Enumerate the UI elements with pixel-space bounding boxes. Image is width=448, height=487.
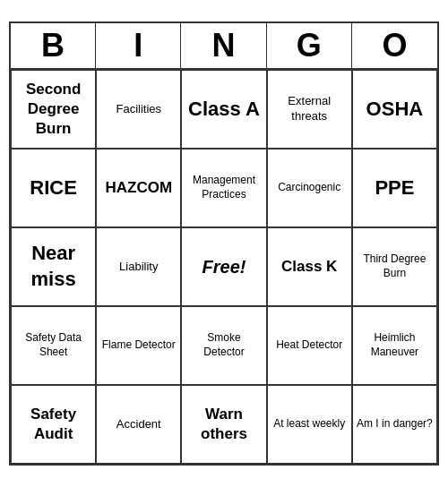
bingo-cell-r4-c1: Accident [96,385,181,464]
bingo-cell-r0-c3: External threats [267,70,352,149]
bingo-cell-r1-c0: RICE [11,149,96,227]
bingo-cell-r0-c1: Facilities [96,70,181,149]
bingo-cell-r1-c1: HAZCOM [96,149,181,227]
bingo-cell-r1-c2: Management Practices [181,149,266,227]
bingo-cell-r4-c2: Warn others [181,385,266,464]
bingo-cell-r4-c4: Am I in danger? [352,385,437,464]
bingo-grid: Second Degree BurnFacilitiesClass AExter… [11,70,437,464]
bingo-card: BINGO Second Degree BurnFacilitiesClass … [9,21,439,466]
bingo-cell-r2-c0: Near miss [11,227,96,306]
bingo-cell-r3-c2: Smoke Detector [181,306,266,385]
bingo-cell-r2-c4: Third Degree Burn [352,227,437,306]
bingo-cell-r3-c0: Safety Data Sheet [11,306,96,385]
bingo-cell-r0-c0: Second Degree Burn [11,70,96,149]
bingo-header-letter: O [352,23,437,68]
bingo-header-letter: I [96,23,181,68]
bingo-cell-r2-c2: Free! [181,227,266,306]
bingo-cell-r4-c0: Safety Audit [11,385,96,464]
bingo-cell-r0-c2: Class A [181,70,266,149]
bingo-cell-r2-c1: Liability [96,227,181,306]
bingo-cell-r4-c3: At least weekly [267,385,352,464]
bingo-cell-r3-c3: Heat Detector [267,306,352,385]
bingo-cell-r0-c4: OSHA [352,70,437,149]
bingo-cell-r3-c1: Flame Detector [96,306,181,385]
bingo-cell-r1-c4: PPE [352,149,437,227]
bingo-cell-r2-c3: Class K [267,227,352,306]
bingo-header: BINGO [11,23,437,70]
bingo-cell-r3-c4: Heimlich Maneuver [352,306,437,385]
bingo-header-letter: N [181,23,266,68]
bingo-cell-r1-c3: Carcinogenic [267,149,352,227]
bingo-header-letter: G [267,23,352,68]
bingo-header-letter: B [11,23,96,68]
